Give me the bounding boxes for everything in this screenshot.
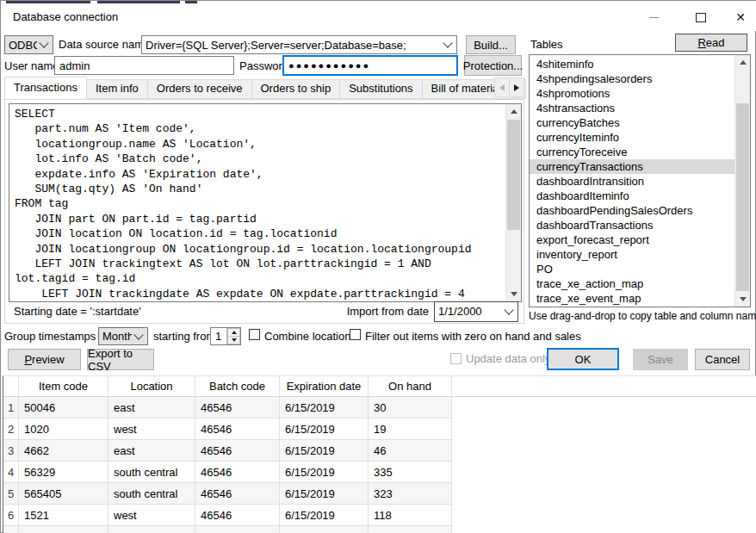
grid-cell: 4662 xyxy=(19,440,108,462)
protection-button[interactable]: Protection... xyxy=(464,55,522,76)
row-number: 3 xyxy=(3,440,19,462)
table-list-item[interactable]: currencyIteminfo xyxy=(530,130,735,145)
export-to-csv-button[interactable]: Export to CSV xyxy=(87,349,154,370)
table-row[interactable]: 2 1020 west 46546 6/15/2019 19 xyxy=(3,418,756,440)
combine-locations-label[interactable]: Combine locations xyxy=(264,330,356,343)
column-header[interactable]: On hand xyxy=(369,376,452,397)
table-list-item[interactable]: dashboardTransactions xyxy=(530,218,735,232)
grid-corner xyxy=(3,376,19,397)
filter-zero-label[interactable]: Filter out items with zero on hand and s… xyxy=(365,330,581,343)
tab-substitutions[interactable]: Substitutions xyxy=(340,79,422,99)
tab-orders-to-ship[interactable]: Orders to ship xyxy=(252,79,341,99)
table-list-item[interactable]: dashboardPendingSalesOrders xyxy=(530,203,735,218)
title-bar[interactable]: Database connection ✕ xyxy=(2,3,756,31)
table-list-item[interactable]: currencyToreceive xyxy=(530,145,735,159)
group-timestamps-value: Month xyxy=(102,330,132,343)
table-row[interactable]: 6 1521 west 46546 6/15/2019 118 xyxy=(3,505,756,526)
table-list-item[interactable]: dashboardIteminfo xyxy=(530,189,735,203)
scroll-down-button[interactable] xyxy=(735,292,750,307)
starting-from-value: 1 xyxy=(211,328,226,344)
minimize-button[interactable] xyxy=(640,7,667,28)
tables-scrollbar[interactable] xyxy=(734,55,750,307)
grid-cell: 565405 xyxy=(19,483,108,505)
starting-from-spinner[interactable]: 1 xyxy=(210,327,241,345)
grid-header-row: Item code Location Batch code Expiration… xyxy=(3,376,756,397)
import-from-date-select[interactable]: 1/1/2000 xyxy=(434,301,518,322)
column-header[interactable]: Expiration date xyxy=(280,376,369,397)
column-header[interactable]: Location xyxy=(108,376,195,397)
background-window-remnant xyxy=(1,1,756,3)
dsn-value: Driver={SQL Server};Server=server;Databa… xyxy=(146,39,441,52)
grid-cell: south central xyxy=(108,483,195,505)
column-header[interactable]: Batch code xyxy=(195,376,280,397)
tab-orders-to-receive[interactable]: Orders to receive xyxy=(148,79,252,99)
column-header[interactable]: Item code xyxy=(19,376,108,397)
arrow-right-icon xyxy=(514,84,519,91)
cancel-button[interactable]: Cancel xyxy=(695,349,750,370)
table-list-item[interactable]: dashboardIntransition xyxy=(530,174,735,189)
combine-locations-checkbox[interactable] xyxy=(249,329,260,340)
grid-cell: 186 xyxy=(369,526,452,533)
arrow-left-icon xyxy=(499,84,505,91)
grid-cell: 46546 xyxy=(195,483,280,505)
starting-from-label: starting from xyxy=(153,330,215,343)
table-list-item[interactable]: trace_xe_action_map xyxy=(530,276,735,291)
table-list-item[interactable]: trace_xe_event_map xyxy=(530,291,735,306)
ok-button[interactable]: OK xyxy=(547,348,619,370)
chevron-down-icon xyxy=(504,305,513,314)
tab-scroll-right-button[interactable] xyxy=(509,77,524,97)
password-label: Password xyxy=(239,59,288,72)
sql-scrollbar[interactable] xyxy=(505,104,521,301)
table-row[interactable]: 3 4662 east 46546 6/15/2019 46 xyxy=(3,440,756,462)
table-list-item[interactable]: 4shpromotions xyxy=(530,86,735,101)
table-list-item-selected[interactable]: currencyTransactions xyxy=(530,159,735,174)
table-row[interactable]: 7 16543 south central 46546 6/15/2019 18… xyxy=(3,526,756,533)
sql-query-editor[interactable]: SELECT part.num AS 'Item code', location… xyxy=(9,103,522,302)
table-list-item[interactable]: 4shtransactions xyxy=(530,101,735,115)
dsn-combobox[interactable]: Driver={SQL Server};Server=server;Databa… xyxy=(141,35,457,54)
group-timestamps-select[interactable]: Month xyxy=(98,327,148,345)
tables-list: 4shiteminfo 4shpendingsalesorders 4shpro… xyxy=(529,54,751,307)
table-list-item[interactable]: currencyBatches xyxy=(530,115,735,130)
table-list-item[interactable]: 4shpendingsalesorders xyxy=(530,71,735,86)
grid-cell: 19 xyxy=(369,418,452,440)
row-number: 4 xyxy=(3,462,19,483)
tab-transactions[interactable]: Transactions xyxy=(4,77,87,99)
scrollbar-thumb[interactable] xyxy=(507,120,520,230)
table-row[interactable]: 1 50046 east 46546 6/15/2019 30 xyxy=(3,397,756,418)
table-row[interactable]: 5 565405 south central 46546 6/15/2019 3… xyxy=(3,483,756,505)
table-row[interactable]: 4 56329 south central 46546 6/15/2019 33… xyxy=(3,462,756,483)
username-field[interactable]: admin xyxy=(54,56,234,75)
driver-type-select[interactable]: ODBC xyxy=(4,35,53,54)
maximize-icon xyxy=(696,13,706,22)
spin-down-button[interactable] xyxy=(227,336,240,344)
table-list-item[interactable]: PO xyxy=(530,262,735,276)
driver-type-value: ODBC xyxy=(9,39,37,52)
import-from-date-label: Import from date xyxy=(347,305,429,318)
grid-cell: 46546 xyxy=(195,462,280,483)
grid-filler xyxy=(452,418,756,440)
table-list-item[interactable]: 4shiteminfo xyxy=(530,57,735,71)
filter-zero-checkbox[interactable] xyxy=(350,329,361,340)
grid-cell: east xyxy=(108,397,195,418)
scroll-up-button[interactable] xyxy=(735,55,750,70)
grid-cell: 335 xyxy=(369,462,452,483)
build-button[interactable]: Build... xyxy=(466,35,516,54)
table-list-item[interactable]: inventory_report xyxy=(530,247,735,262)
group-timestamps-label: Group timestamps by xyxy=(4,330,111,343)
grid-cell: 46546 xyxy=(195,418,280,440)
read-button[interactable]: Read xyxy=(675,34,747,52)
scrollbar-thumb[interactable] xyxy=(736,103,749,291)
tab-item-info[interactable]: Item info xyxy=(87,79,148,99)
preview-button[interactable]: Preview xyxy=(8,349,81,370)
tab-strip: Transactions Item info Orders to receive… xyxy=(4,78,524,99)
grid-cell: 1521 xyxy=(19,505,108,526)
table-list-item[interactable]: export_forecast_report xyxy=(530,232,735,247)
maximize-button[interactable] xyxy=(687,7,715,28)
tab-scroll-left-button[interactable] xyxy=(494,77,510,97)
scroll-up-button[interactable] xyxy=(506,104,521,119)
close-button[interactable]: ✕ xyxy=(727,7,754,28)
password-field[interactable]: ●●●●●●●●●●● xyxy=(282,55,458,76)
sql-query-text: SELECT part.num AS 'Item code', location… xyxy=(9,104,521,302)
grid-filler xyxy=(452,397,756,418)
